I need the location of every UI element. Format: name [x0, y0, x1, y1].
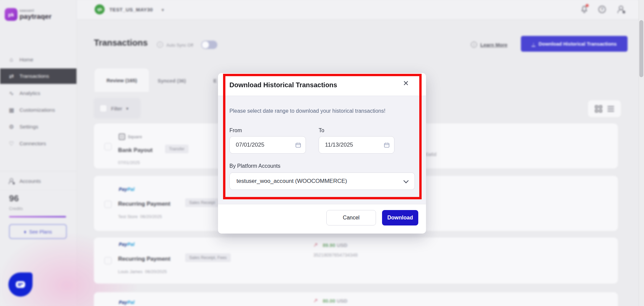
tab-excluded-partial[interactable]: E — [213, 78, 217, 84]
platform-account-select[interactable]: testuser_woo_account (WOOCOMMERCE) — [229, 172, 415, 190]
tab-review[interactable]: Review (165) — [95, 68, 149, 92]
view-toggle — [588, 100, 621, 117]
sidebar-item-customizations[interactable]: ▦ Customizations — [0, 103, 76, 117]
sidebar — [0, 0, 77, 306]
transaction-id: 35218097654734348 — [313, 252, 358, 258]
grid-view-icon[interactable] — [595, 105, 602, 112]
sidebar-item-label: Accounts — [19, 178, 41, 184]
transaction-type-badge: Sales Receipt, Fees — [185, 253, 231, 262]
settings-gear-icon: ⚙ — [8, 123, 15, 131]
transaction-title: Recurring Payment — [118, 256, 170, 262]
transaction-meta: Louis James 06/20/2025 — [118, 269, 167, 274]
learn-more-link[interactable]: Learn More — [480, 42, 507, 48]
row-checkbox[interactable] — [104, 257, 112, 264]
list-view-icon[interactable] — [607, 106, 614, 112]
sidebar-item-label: Home — [19, 57, 33, 63]
amount-value: 89.90 — [323, 242, 335, 248]
close-icon[interactable]: × — [403, 79, 409, 88]
transaction-type-badge: Sales Receipt — [185, 198, 219, 207]
paytraqer-logo-icon: pk — [5, 8, 17, 21]
paypal-wordmark-dark: Pay — [119, 300, 127, 305]
scrollbar-thumb[interactable] — [639, 20, 643, 77]
download-button[interactable]: Download — [382, 210, 418, 225]
money-in-arrow-icon: ↗ — [313, 242, 318, 248]
page-title: Transactions — [94, 38, 148, 48]
amount-value: 80.00 — [323, 298, 335, 304]
transactions-icon: ⇄ — [8, 73, 15, 80]
sidebar-item-analytics[interactable]: ∿ Analytics — [0, 86, 76, 101]
to-date-input[interactable] — [319, 136, 394, 154]
filter-button[interactable]: Filter — [111, 106, 122, 111]
filter-bar: Filter ▾ — [94, 98, 141, 119]
sidebar-item-connectors[interactable]: ♡ Connectors — [0, 136, 76, 151]
notification-dot — [586, 4, 589, 7]
brand-parent-name: saasant — [19, 9, 34, 12]
source-square: Square — [119, 134, 142, 140]
chevron-down-icon — [404, 178, 409, 183]
sidebar-divider — [0, 190, 76, 190]
modal-message: Please select date range to download you… — [229, 108, 385, 114]
help-icon[interactable]: ? — [598, 6, 606, 13]
modal-header-divider — [218, 96, 426, 96]
sidebar-divider — [0, 171, 76, 171]
modal-title: Download Historical Transactions — [229, 81, 337, 89]
connectors-icon: ♡ — [8, 140, 15, 147]
sidebar-item-label: Settings — [19, 124, 38, 130]
transaction-amount: 80.00 USD — [323, 298, 347, 304]
transaction-amount: 89.90 USD — [323, 242, 347, 248]
customizations-icon: ▦ — [8, 107, 15, 114]
calendar-icon[interactable] — [384, 142, 390, 149]
row-checkbox[interactable] — [104, 201, 112, 208]
paypal-wordmark-dark: Pay — [119, 242, 127, 247]
sidebar-item-transactions[interactable]: ⇄ Transactions — [0, 68, 76, 84]
company-switcher[interactable]: TEST_US_MAY30 — [109, 7, 153, 12]
source-label: Square — [128, 135, 142, 139]
transaction-title: Bank Payout — [118, 147, 153, 154]
transaction-meta: Test Store 06/20/2025 — [118, 214, 162, 219]
brand-product-name: paytraqer — [19, 12, 52, 20]
transaction-meta: 07/01/2025 — [118, 160, 140, 165]
amount-currency: USD — [337, 298, 347, 304]
chat-bubble-icon — [16, 281, 25, 288]
row-checkbox[interactable] — [104, 143, 112, 150]
to-date-field — [319, 136, 394, 154]
auto-sync-toggle[interactable] — [201, 41, 217, 49]
see-plans-button[interactable]: ♦ See Plans — [9, 224, 67, 239]
download-button-label: Download Historical Transactions — [539, 41, 617, 47]
from-date-input[interactable] — [229, 136, 306, 154]
transaction-type-badge: Transfer — [165, 145, 189, 153]
chat-widget-button[interactable] — [8, 272, 33, 297]
transaction-row[interactable] — [94, 238, 618, 284]
sidebar-item-accounts[interactable]: Accounts — [0, 174, 76, 189]
paypal-wordmark-light: Pal — [127, 300, 135, 305]
download-historical-transactions-button[interactable]: ↓ Download Historical Transactions — [521, 36, 628, 52]
chevron-down-icon[interactable]: ▾ — [162, 7, 164, 12]
auto-sync-label: Auto Sync Off — [166, 43, 193, 48]
platform-accounts-label: By Platform Accounts — [229, 163, 280, 169]
quickbooks-badge-icon[interactable]: qb — [95, 4, 105, 14]
paypal-wordmark-light: Pal — [127, 187, 135, 192]
home-icon: ⌂ — [8, 56, 15, 63]
sidebar-item-settings[interactable]: ⚙ Settings — [0, 119, 76, 134]
sidebar-item-label: Analytics — [19, 90, 40, 96]
sidebar-item-label: Customizations — [19, 107, 55, 113]
user-profile-icon[interactable] — [616, 5, 625, 13]
analytics-icon: ∿ — [8, 90, 15, 97]
credits-count: 96 — [9, 193, 19, 204]
sidebar-item-home[interactable]: ⌂ Home — [0, 52, 76, 67]
transaction-row[interactable] — [94, 292, 618, 306]
tab-synced[interactable]: Synced (36) — [158, 78, 186, 84]
from-date-label: From — [229, 128, 242, 134]
select-all-checkbox[interactable] — [100, 105, 107, 112]
paypal-wordmark-dark: Pay — [119, 187, 127, 192]
amount-currency: USD — [337, 242, 347, 248]
credits-progress-bar — [9, 216, 66, 217]
cancel-button[interactable]: Cancel — [326, 210, 376, 225]
to-date-label: To — [319, 128, 324, 134]
modal-footer-divider — [218, 204, 426, 204]
sidebar-item-label: Connectors — [19, 141, 46, 147]
paypal-logo: PayPal — [119, 300, 135, 305]
paypal-logo: PayPal — [119, 187, 135, 192]
toggle-knob — [202, 41, 209, 48]
calendar-icon[interactable] — [295, 142, 301, 149]
